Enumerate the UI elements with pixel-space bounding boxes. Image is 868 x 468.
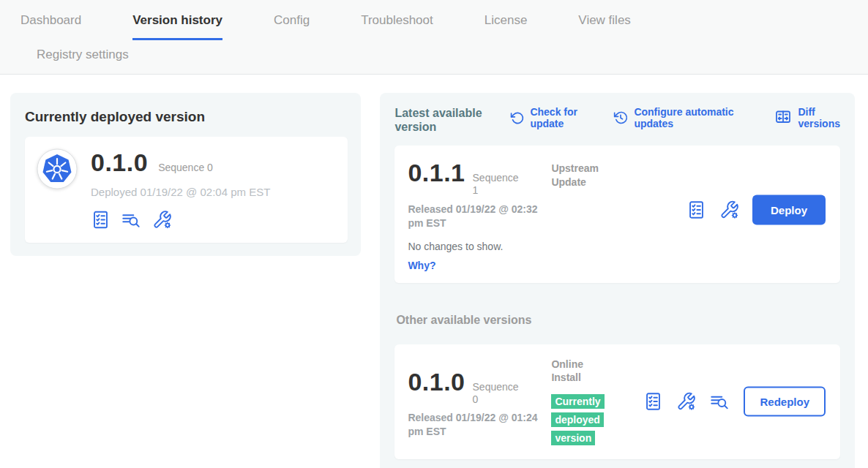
no-changes-text: No changes to show. xyxy=(408,241,827,252)
latest-version-info: 0.1.1 Sequence 1 Released 01/19/22 @ 02:… xyxy=(408,159,551,230)
header-actions: Check for update Configure automatic upd… xyxy=(510,106,840,129)
kubernetes-logo xyxy=(37,148,78,192)
latest-version-title: Latest available version xyxy=(394,106,491,134)
latest-card-actions: Deploy xyxy=(686,195,826,225)
latest-source-label: Upstream Update xyxy=(551,162,613,188)
available-versions-panel: Latest available version Check for updat… xyxy=(380,93,855,468)
diff-icon xyxy=(774,109,792,127)
deployed-timestamp: Deployed 01/19/22 @ 02:04 pm EST xyxy=(91,186,270,198)
other-released-timestamp: Released 01/19/22 @ 01:24 pm EST xyxy=(408,411,539,439)
tab-license[interactable]: License xyxy=(484,13,528,40)
latest-version-header: Latest available version Check for updat… xyxy=(394,106,840,134)
latest-version-card: 0.1.1 Sequence 1 Released 01/19/22 @ 02:… xyxy=(394,146,840,282)
tab-troubleshoot[interactable]: Troubleshoot xyxy=(361,13,433,40)
tab-version-history[interactable]: Version history xyxy=(132,13,222,40)
latest-sequence: Sequence 1 xyxy=(473,169,525,197)
edit-config-icon[interactable] xyxy=(719,200,739,220)
deployed-sequence: Sequence 0 xyxy=(158,162,213,173)
other-version-number: 0.1.0 xyxy=(408,368,465,396)
preflight-checklist-icon[interactable] xyxy=(91,210,111,230)
top-nav: Dashboard Version history Config Trouble… xyxy=(0,0,868,75)
other-version-info: 0.1.0 Sequence 0 Released 01/19/22 @ 01:… xyxy=(408,358,551,439)
preflight-checklist-icon[interactable] xyxy=(686,200,706,220)
diff-versions-link[interactable]: Diff versions xyxy=(774,106,840,129)
deployed-version-info: 0.1.0 Sequence 0 Deployed 01/19/22 @ 02:… xyxy=(91,148,270,230)
tab-config[interactable]: Config xyxy=(274,13,310,40)
other-source-label: Online Install xyxy=(551,358,613,384)
configure-automatic-updates-link[interactable]: Configure automatic updates xyxy=(613,106,745,129)
currently-deployed-panel: Currently deployed version xyxy=(10,93,361,256)
other-sequence: Sequence 0 xyxy=(473,378,525,406)
tab-registry-settings[interactable]: Registry settings xyxy=(37,48,129,61)
deployed-version-card: 0.1.0 Sequence 0 Deployed 01/19/22 @ 02:… xyxy=(25,137,348,243)
nav-row-primary: Dashboard Version history Config Trouble… xyxy=(20,13,868,40)
deployed-version-number: 0.1.0 xyxy=(91,148,148,177)
edit-config-icon[interactable] xyxy=(152,210,172,230)
view-logs-icon[interactable] xyxy=(709,392,730,412)
why-link[interactable]: Why? xyxy=(408,260,827,271)
other-version-card: 0.1.0 Sequence 0 Released 01/19/22 @ 01:… xyxy=(394,344,840,459)
deploy-button[interactable]: Deploy xyxy=(752,195,826,225)
tab-view-files[interactable]: View files xyxy=(578,13,631,40)
nav-row-secondary: Registry settings xyxy=(20,40,868,74)
currently-deployed-title: Currently deployed version xyxy=(25,109,348,125)
check-for-update-link[interactable]: Check for update xyxy=(510,106,584,129)
schedule-update-icon xyxy=(613,110,628,125)
redeploy-button[interactable]: Redeploy xyxy=(744,387,826,417)
other-versions-title: Other available versions xyxy=(396,314,840,327)
edit-config-icon[interactable] xyxy=(676,392,696,412)
preflight-checklist-icon[interactable] xyxy=(643,392,663,412)
view-logs-icon[interactable] xyxy=(121,210,142,230)
currently-deployed-badge: Currently deployed version xyxy=(551,394,604,445)
refresh-icon xyxy=(510,111,524,125)
latest-version-number: 0.1.1 xyxy=(408,159,465,187)
content: Currently deployed version xyxy=(0,75,868,468)
latest-released-timestamp: Released 01/19/22 @ 02:32 pm EST xyxy=(408,203,539,230)
tab-dashboard[interactable]: Dashboard xyxy=(20,13,81,40)
other-card-actions: Redeploy xyxy=(643,387,826,417)
